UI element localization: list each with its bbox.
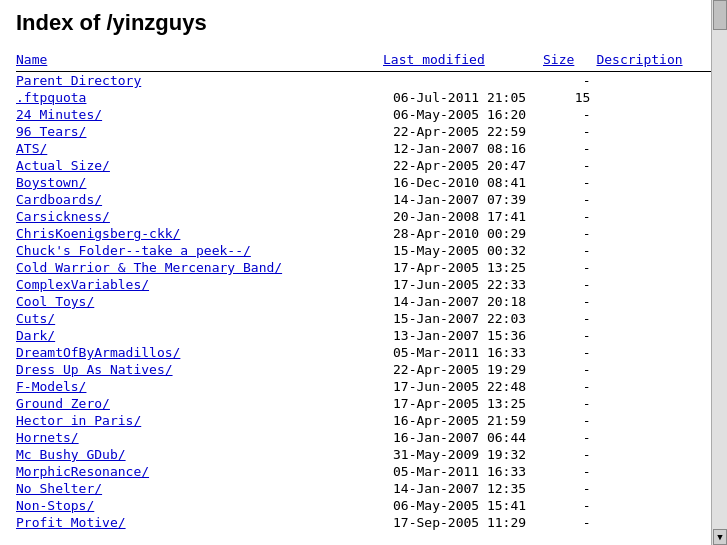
file-desc	[596, 242, 711, 259]
file-desc	[596, 378, 711, 395]
modified-date: 14-Jan-2007 07:39	[383, 191, 543, 208]
scrollbar-down-button[interactable]: ▼	[713, 529, 727, 541]
file-size: -	[543, 225, 596, 242]
table-row: ChrisKoenigsberg-ckk/28-Apr-2010 00:29-	[16, 225, 711, 242]
dir-link[interactable]: Carsickness/	[16, 209, 110, 224]
table-row: MorphicResonance/05-Mar-2011 16:33-	[16, 463, 711, 480]
file-size: -	[543, 310, 596, 327]
modified-date: 05-Mar-2011 16:33	[383, 463, 543, 480]
table-row: Hornets/16-Jan-2007 06:44-	[16, 429, 711, 446]
file-size: -	[543, 72, 596, 90]
modified-date: 16-Jan-2007 06:44	[383, 429, 543, 446]
dir-link[interactable]: Cool Toys/	[16, 294, 94, 309]
file-desc	[596, 395, 711, 412]
dir-link[interactable]: MorphicResonance/	[16, 464, 149, 479]
modified-date: 17-Apr-2005 13:25	[383, 259, 543, 276]
table-row: Parent Directory-	[16, 72, 711, 90]
dir-link[interactable]: ComplexVariables/	[16, 277, 149, 292]
dir-link[interactable]: Chuck's Folder--take a peek--/	[16, 243, 251, 258]
dir-link[interactable]: Mc Bushy GDub/	[16, 447, 126, 462]
file-desc	[596, 225, 711, 242]
dir-link[interactable]: F-Models/	[16, 379, 86, 394]
file-desc	[596, 157, 711, 174]
modified-date: 17-Apr-2005 13:25	[383, 395, 543, 412]
dir-link[interactable]: Non-Stops/	[16, 498, 94, 513]
dir-link[interactable]: 24 Minutes/	[16, 107, 102, 122]
table-row: Chuck's Folder--take a peek--/15-May-200…	[16, 242, 711, 259]
dir-link[interactable]: Hornets/	[16, 430, 79, 445]
modified-date: 22-Apr-2005 20:47	[383, 157, 543, 174]
modified-date: 31-May-2009 19:32	[383, 446, 543, 463]
modified-date: 12-Jan-2007 08:16	[383, 140, 543, 157]
file-size: 15	[543, 89, 596, 106]
modified-date: 14-Jan-2007 12:35	[383, 480, 543, 497]
dir-link[interactable]: 96 Tears/	[16, 124, 86, 139]
file-size: -	[543, 463, 596, 480]
modified-date: 28-Apr-2010 00:29	[383, 225, 543, 242]
file-size: -	[543, 191, 596, 208]
table-row: .ftpquota06-Jul-2011 21:0515	[16, 89, 711, 106]
modified-date: 06-May-2005 16:20	[383, 106, 543, 123]
col-modified-header[interactable]: Last modified	[383, 52, 485, 67]
file-desc	[596, 463, 711, 480]
table-row: DreamtOfByArmadillos/05-Mar-2011 16:33-	[16, 344, 711, 361]
file-desc	[596, 497, 711, 514]
modified-date: 15-May-2005 00:32	[383, 242, 543, 259]
file-size: -	[543, 259, 596, 276]
page-title: Index of /yinzguys	[16, 10, 711, 36]
dir-link[interactable]: Hector in Paris/	[16, 413, 141, 428]
dir-link[interactable]: Parent Directory	[16, 73, 141, 88]
file-desc	[596, 361, 711, 378]
file-size: -	[543, 344, 596, 361]
table-row: Ground Zero/17-Apr-2005 13:25-	[16, 395, 711, 412]
dir-link[interactable]: Cuts/	[16, 311, 55, 326]
file-size: -	[543, 514, 596, 531]
table-row: Cardboards/14-Jan-2007 07:39-	[16, 191, 711, 208]
dir-link[interactable]: ChrisKoenigsberg-ckk/	[16, 226, 180, 241]
dir-link[interactable]: Actual Size/	[16, 158, 110, 173]
table-row: 24 Minutes/06-May-2005 16:20-	[16, 106, 711, 123]
modified-date: 14-Jan-2007 20:18	[383, 293, 543, 310]
file-desc	[596, 191, 711, 208]
table-row: Boystown/16-Dec-2010 08:41-	[16, 174, 711, 191]
modified-date: 22-Apr-2005 22:59	[383, 123, 543, 140]
file-size: -	[543, 497, 596, 514]
file-desc	[596, 344, 711, 361]
col-size-header[interactable]: Size	[543, 52, 574, 67]
scrollbar[interactable]: ▲ ▼	[711, 0, 727, 541]
dir-link[interactable]: Dress Up As Natives/	[16, 362, 173, 377]
table-row: Dark/13-Jan-2007 15:36-	[16, 327, 711, 344]
modified-date: 06-May-2005 15:41	[383, 497, 543, 514]
dir-link[interactable]: Ground Zero/	[16, 396, 110, 411]
dir-link[interactable]: Cold Warrior & The Mercenary Band/	[16, 260, 282, 275]
modified-date: 17-Jun-2005 22:33	[383, 276, 543, 293]
file-size: -	[543, 174, 596, 191]
file-desc	[596, 327, 711, 344]
scrollbar-thumb[interactable]	[713, 0, 727, 30]
col-desc-header[interactable]: Description	[596, 52, 682, 67]
file-desc	[596, 480, 711, 497]
dir-link[interactable]: .ftpquota	[16, 90, 86, 105]
file-desc	[596, 446, 711, 463]
file-size: -	[543, 412, 596, 429]
dir-link[interactable]: No Shelter/	[16, 481, 102, 496]
dir-link[interactable]: Boystown/	[16, 175, 86, 190]
dir-link[interactable]: Profit Motive/	[16, 515, 126, 530]
modified-date: 17-Jun-2005 22:48	[383, 378, 543, 395]
file-desc	[596, 276, 711, 293]
dir-link[interactable]: ATS/	[16, 141, 47, 156]
table-row: Dress Up As Natives/22-Apr-2005 19:29-	[16, 361, 711, 378]
table-row: Non-Stops/06-May-2005 15:41-	[16, 497, 711, 514]
file-size: -	[543, 480, 596, 497]
dir-link[interactable]: Cardboards/	[16, 192, 102, 207]
file-size: -	[543, 327, 596, 344]
file-size: -	[543, 293, 596, 310]
file-size: -	[543, 378, 596, 395]
dir-link[interactable]: Dark/	[16, 328, 55, 343]
col-name-header[interactable]: Name	[16, 52, 47, 67]
table-row: Cold Warrior & The Mercenary Band/17-Apr…	[16, 259, 711, 276]
file-desc	[596, 310, 711, 327]
file-desc	[596, 208, 711, 225]
dir-link[interactable]: DreamtOfByArmadillos/	[16, 345, 180, 360]
table-row: Hector in Paris/16-Apr-2005 21:59-	[16, 412, 711, 429]
